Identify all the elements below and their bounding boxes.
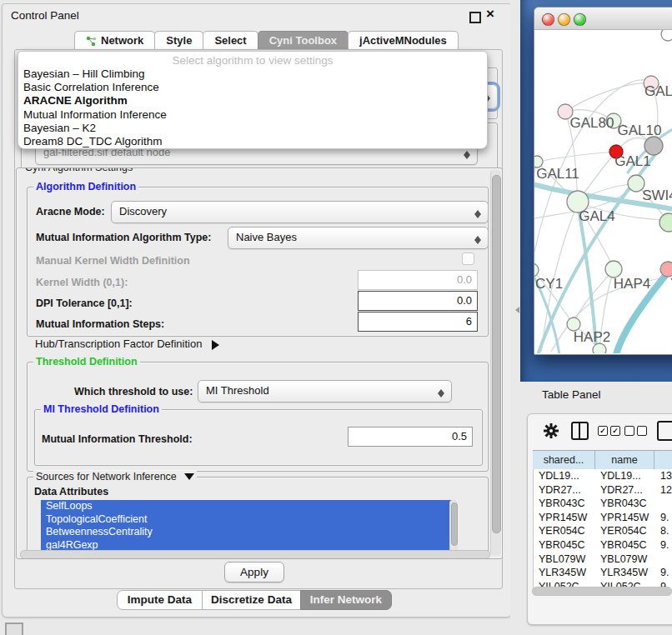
hub-factor-section[interactable]: Hub/Transcription Factor Definition (35, 338, 224, 350)
bottom-tab-impute-data[interactable]: Impute Data (117, 590, 203, 610)
mi-algorithm-type-value: Naive Bayes (236, 231, 297, 243)
file-icon[interactable] (657, 421, 672, 441)
bottom-tab-discretize-data[interactable]: Discretize Data (202, 590, 301, 610)
settings-vertical-scrollbar[interactable] (490, 170, 501, 555)
close-icon[interactable]: × (486, 6, 494, 22)
dropdown-item[interactable]: Bayesian – K2 (23, 122, 96, 134)
mi-threshold-input[interactable]: 0.5 (348, 427, 473, 447)
node-label: SWI4 (642, 188, 672, 203)
combo-arrows-icon (463, 148, 471, 159)
attribute-list-item[interactable]: SelfLoops (41, 500, 455, 513)
dpi-tolerance-label: DPI Tolerance [0,1]: (36, 298, 133, 309)
table-row[interactable]: YLR345WYLR345W9. (534, 566, 672, 580)
network-icon (86, 36, 97, 47)
dropdown-item[interactable]: Bayesian – Hill Climbing (23, 68, 145, 80)
column-header-1[interactable]: shared... (533, 450, 595, 470)
aracne-mode-label: Aracne Mode: (36, 206, 105, 218)
bottom-tab-infer-network[interactable]: Infer Network (300, 590, 392, 610)
list-vertical-scrollbar[interactable] (449, 500, 458, 552)
dropdown-item[interactable]: Basic Correlation Inference (23, 81, 159, 93)
close-traffic-light-icon[interactable] (542, 13, 554, 26)
table-row[interactable]: YBL079WYBL079W (534, 552, 672, 567)
manual-kernel-width-checkbox[interactable] (462, 252, 474, 265)
network-canvas[interactable]: GALGAL80GAL10GAL11GAL1SWI4GAL4GCY1HAP4YH… (534, 30, 672, 353)
aracne-mode-combo[interactable]: Discovery (111, 201, 489, 223)
table-cell: YBL079W (539, 553, 585, 565)
gear-icon[interactable] (543, 422, 559, 439)
aracne-mode-value: Discovery (119, 205, 167, 218)
network-node[interactable] (660, 262, 672, 277)
minimize-traffic-light-icon[interactable] (558, 13, 570, 26)
network-node[interactable] (661, 30, 672, 41)
sources-title: Sources for Network Inference (33, 471, 197, 485)
network-node[interactable] (644, 137, 663, 155)
settings-horizontal-scrollbar[interactable] (20, 550, 490, 559)
table-cell: YBR045C (539, 539, 585, 551)
network-node[interactable] (605, 261, 622, 278)
manual-kernel-width-label: Manual Kernel Width Definition (36, 255, 190, 267)
zoom-traffic-light-icon[interactable] (574, 13, 586, 26)
table-panel-title: Table Panel (542, 388, 601, 401)
table-cell: YBR043C (600, 498, 647, 509)
table-cell: YLR345W (539, 567, 586, 578)
split-columns-icon[interactable] (571, 422, 589, 440)
table-horizontal-scrollbar[interactable] (532, 587, 672, 596)
network-window-titlebar[interactable] (534, 8, 672, 30)
threshold-definition-group: Threshold Definition Which threshold to … (27, 362, 489, 472)
tab-select[interactable]: Select (203, 31, 258, 50)
tab-jactivemnodules[interactable]: jActiveMNodules (348, 31, 459, 50)
attribute-list-item[interactable]: TopologicalCoefficient (41, 513, 455, 527)
kernel-width-input[interactable]: 0.0 (358, 270, 478, 290)
table-cell: 9. (660, 567, 669, 578)
column-header-3[interactable]: A (654, 450, 672, 470)
network-node[interactable] (659, 213, 672, 232)
attribute-list-item[interactable]: BetweennessCentrality (41, 526, 455, 539)
table-header-row: shared...nameA (533, 450, 672, 468)
table-cell: YPR145W (600, 512, 649, 523)
network-window: GALGAL80GAL10GAL11GAL1SWI4GAL4GCY1HAP4YH… (534, 7, 672, 355)
table-cell: 9. (660, 539, 669, 551)
tab-label: Network (101, 32, 143, 50)
apply-button[interactable]: Apply (224, 562, 284, 582)
dpi-tolerance-input[interactable]: 0.0 (358, 291, 478, 311)
table-row[interactable]: YBR043CYBR043C (534, 497, 672, 511)
node-label: GAL (644, 83, 672, 99)
settings-scrollbar-thumb[interactable] (492, 175, 501, 533)
dropdown-item[interactable]: ARACNE Algorithm (23, 94, 128, 107)
float-window-icon[interactable] (469, 12, 481, 23)
node-label: HAP2 (574, 329, 610, 345)
table-cell: YDL19... (600, 470, 641, 482)
table-cell: YBR045C (600, 539, 647, 551)
table-row[interactable]: YDR27...YDR27...12 (534, 483, 672, 498)
table-cell: YER054C (600, 525, 647, 537)
splitter-handle-icon[interactable] (512, 307, 519, 313)
mi-algorithm-type-label: Mutual Information Algorithm Type: (36, 232, 211, 243)
table-panel-region: Table Panel ✓✓ shared. (520, 382, 672, 635)
table-row[interactable]: YER054CYER054C8. (534, 524, 672, 538)
combo-arrows-icon (474, 232, 482, 244)
column-header-2[interactable]: name (595, 450, 654, 470)
tab-cyni-toolbox[interactable]: Cyni Toolbox (258, 31, 349, 50)
control-panel-window: Control Panel × NetworkStyleSelectCyni T… (2, 3, 512, 618)
dropdown-item[interactable]: Dream8 DC_TDC Algorithm (23, 135, 163, 148)
table-row[interactable]: YBR045CYBR045C9. (534, 538, 672, 552)
panel-splitter[interactable] (510, 0, 520, 635)
table-row[interactable]: YPR145WYPR145W9. (534, 511, 672, 525)
settings-frame-title: Cyni Algorithm Settings (23, 168, 135, 173)
table-row[interactable]: YDL19...YDL19...13 (534, 469, 672, 483)
application-root: Control Panel × NetworkStyleSelectCyni T… (0, 0, 672, 635)
tab-style[interactable]: Style (154, 31, 203, 50)
node-label: GAL11 (536, 166, 579, 182)
mi-algorithm-type-combo[interactable]: Naive Bayes (228, 227, 489, 249)
unchecked-boxes-icon[interactable] (624, 426, 647, 436)
which-threshold-combo[interactable]: MI Threshold (198, 380, 452, 402)
mi-steps-input[interactable]: 6 (358, 312, 478, 332)
table-cell: 9. (660, 512, 669, 523)
dock-mini-icon[interactable] (5, 622, 23, 635)
tab-network[interactable]: Network (74, 31, 155, 50)
list-scrollbar-thumb[interactable] (451, 502, 458, 546)
dropdown-item[interactable]: Mutual Information Inference (23, 108, 167, 121)
network-node[interactable] (534, 263, 539, 277)
table-cell: YBR043C (539, 498, 585, 509)
checked-boxes-icon[interactable]: ✓✓ (598, 426, 620, 436)
